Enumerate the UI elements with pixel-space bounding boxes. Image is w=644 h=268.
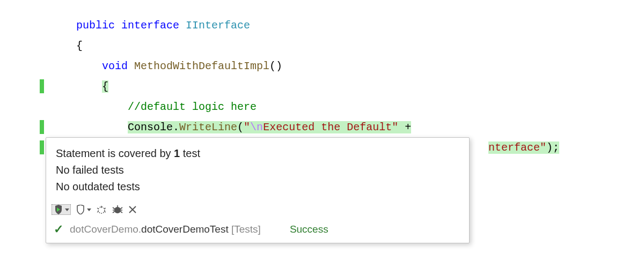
svg-point-6 bbox=[114, 207, 121, 213]
coverage-marker[interactable] bbox=[40, 79, 44, 93]
popup-footer: ✓ dotCoverDemo.dotCoverDemoTest [Tests] … bbox=[46, 217, 469, 243]
close-icon bbox=[128, 205, 137, 214]
code-editor[interactable]: public interface IInterface { void Metho… bbox=[0, 15, 644, 158]
code-line: public interface IInterface bbox=[0, 15, 644, 35]
keyword-public: public bbox=[76, 19, 115, 32]
comment: //default logic here bbox=[128, 101, 257, 113]
coverage-popup: Statement is covered by 1 test No failed… bbox=[46, 137, 470, 243]
parens: () bbox=[269, 60, 282, 72]
method-name: MethodWithDefaultImpl bbox=[134, 60, 269, 72]
code-line: void MethodWithDefaultImpl() bbox=[0, 56, 644, 76]
svg-line-8 bbox=[113, 207, 115, 209]
test-count: 1 bbox=[174, 147, 180, 159]
coverage-dropdown[interactable] bbox=[75, 205, 91, 214]
shield-run-icon bbox=[53, 205, 64, 214]
svg-line-9 bbox=[120, 207, 122, 209]
svg-line-11 bbox=[120, 211, 122, 213]
popup-toolbar bbox=[46, 200, 469, 217]
no-failed-tests: No failed tests bbox=[56, 162, 459, 178]
test-status: Success bbox=[290, 224, 328, 235]
coverage-marker[interactable] bbox=[40, 120, 44, 134]
bug-outline-icon bbox=[96, 205, 107, 214]
shield-icon bbox=[75, 205, 86, 214]
bug-filled-icon bbox=[112, 205, 123, 214]
code-line: { bbox=[0, 76, 644, 96]
console-class: Console bbox=[128, 121, 173, 133]
writeline-method: WriteLine bbox=[179, 121, 237, 133]
run-tests-dropdown[interactable] bbox=[52, 204, 71, 215]
remove-button[interactable] bbox=[128, 205, 137, 214]
keyword-interface: interface bbox=[121, 19, 179, 32]
debug-button[interactable] bbox=[96, 205, 107, 214]
svg-line-5 bbox=[104, 211, 106, 212]
no-outdated-tests: No outdated tests bbox=[56, 178, 459, 195]
svg-line-4 bbox=[97, 211, 99, 212]
code-line: Console.WriteLine("\nExecuted the Defaul… bbox=[0, 117, 644, 137]
type-name: IInterface bbox=[186, 19, 250, 32]
code-line: //default logic here bbox=[0, 96, 644, 117]
svg-line-10 bbox=[113, 211, 115, 213]
debug-filled-button[interactable] bbox=[112, 205, 123, 214]
coverage-summary-line: Statement is covered by 1 test bbox=[56, 145, 459, 162]
brace: { bbox=[76, 40, 83, 52]
test-path[interactable]: dotCoverDemo.dotCoverDemoTest [Tests] bbox=[70, 224, 261, 235]
popup-body: Statement is covered by 1 test No failed… bbox=[46, 138, 469, 200]
brace-highlighted: { bbox=[102, 80, 108, 93]
code-line: { bbox=[0, 35, 644, 56]
chevron-down-icon bbox=[65, 209, 69, 211]
chevron-down-icon bbox=[87, 209, 91, 211]
checkmark-icon: ✓ bbox=[54, 222, 63, 236]
keyword-void: void bbox=[102, 60, 128, 72]
coverage-marker[interactable] bbox=[40, 140, 44, 154]
